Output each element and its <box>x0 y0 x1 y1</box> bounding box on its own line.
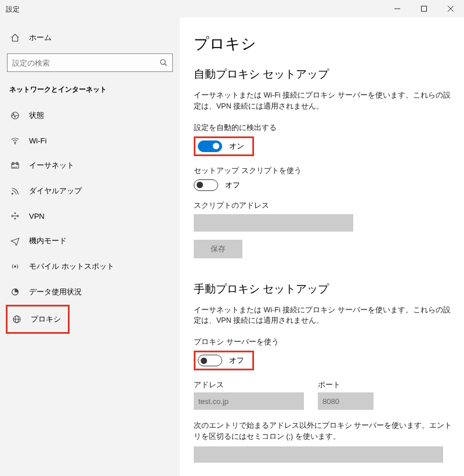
auto-section-desc: イーサネットまたは Wi-Fi 接続にプロキシ サーバーを使います。これらの設定… <box>194 90 454 112</box>
svg-point-15 <box>12 215 13 217</box>
svg-point-7 <box>14 143 15 144</box>
port-input <box>318 392 374 410</box>
sidebar-item-airplane[interactable]: 機内モード <box>6 228 174 254</box>
auto-detect-highlight: オン <box>194 136 254 156</box>
proxy-icon <box>12 315 23 324</box>
sidebar-item-vpn[interactable]: VPN <box>6 204 174 228</box>
script-use-toggle[interactable] <box>194 179 218 191</box>
sidebar-item-proxy[interactable]: プロキシ <box>6 305 70 334</box>
home-icon <box>10 33 21 42</box>
minimize-button[interactable] <box>384 0 411 17</box>
svg-point-4 <box>161 60 165 64</box>
vpn-icon <box>10 211 21 221</box>
status-icon <box>10 111 21 120</box>
svg-point-20 <box>14 266 16 268</box>
search-input[interactable] <box>12 59 160 67</box>
manual-section-title: 手動プロキシ セットアップ <box>194 282 454 297</box>
sidebar-item-ethernet[interactable]: イーサネット <box>6 153 174 178</box>
auto-detect-toggle[interactable] <box>198 140 222 152</box>
sidebar-item-label: イーサネット <box>29 160 74 171</box>
sidebar-item-datausage[interactable]: データ使用状況 <box>6 279 174 305</box>
window-title: 設定 <box>6 3 20 15</box>
close-button[interactable] <box>437 0 464 17</box>
sidebar-item-label: データ使用状況 <box>29 287 82 297</box>
svg-point-19 <box>14 218 16 219</box>
ethernet-icon <box>10 161 21 170</box>
search-input-wrapper[interactable] <box>7 53 173 72</box>
manual-use-toggle[interactable] <box>198 355 222 366</box>
sidebar: ホーム ネットワークとインターネット 状態 Wi-Fi イーサネット <box>0 17 180 476</box>
page-title: プロキシ <box>194 34 454 54</box>
sidebar-item-label: ダイヤルアップ <box>29 186 82 196</box>
exclusion-label: 次のエントリで始まるアドレス以外にプロキシ サーバーを使います。エントリを区切る… <box>194 420 454 443</box>
svg-point-16 <box>17 215 19 217</box>
save-button: 保存 <box>194 240 242 258</box>
svg-point-14 <box>12 193 13 194</box>
svg-point-18 <box>14 213 16 214</box>
port-label: ポート <box>318 380 374 390</box>
sidebar-item-label: Wi-Fi <box>29 136 46 145</box>
sidebar-item-hotspot[interactable]: モバイル ホットスポット <box>6 254 174 279</box>
maximize-button[interactable] <box>411 0 437 17</box>
addr-input <box>194 392 304 410</box>
sidebar-item-label: 状態 <box>29 110 44 121</box>
svg-rect-1 <box>422 6 427 12</box>
manual-section-desc: イーサネットまたは Wi-Fi 接続にプロキシ サーバーを使います。これらの設定… <box>194 305 454 327</box>
hotspot-icon <box>10 262 21 271</box>
sidebar-item-label: プロキシ <box>31 314 61 324</box>
sidebar-item-status[interactable]: 状態 <box>6 103 174 128</box>
sidebar-item-label: モバイル ホットスポット <box>29 261 114 272</box>
script-addr-label: スクリプトのアドレス <box>194 200 454 211</box>
airplane-icon <box>10 236 21 246</box>
script-addr-input <box>194 214 353 232</box>
content: プロキシ 自動プロキシ セットアップ イーサネットまたは Wi-Fi 接続にプロ… <box>180 17 464 476</box>
manual-use-highlight: オフ <box>194 351 254 370</box>
window-controls <box>384 0 464 17</box>
category-title: ネットワークとインターネット <box>6 80 174 103</box>
manual-use-state: オフ <box>229 355 244 366</box>
sidebar-item-wifi[interactable]: Wi-Fi <box>6 128 174 153</box>
addr-label: アドレス <box>194 380 304 390</box>
datausage-icon <box>10 287 21 297</box>
search-icon <box>160 59 168 67</box>
home-link[interactable]: ホーム <box>6 29 174 46</box>
sidebar-item-label: VPN <box>29 212 45 221</box>
auto-section-title: 自動プロキシ セットアップ <box>194 67 454 82</box>
window-titlebar: 設定 <box>0 0 464 17</box>
script-use-state: オフ <box>225 180 240 190</box>
sidebar-item-label: 機内モード <box>29 236 67 246</box>
manual-use-label: プロキシ サーバーを使う <box>194 337 454 347</box>
sidebar-item-dialup[interactable]: ダイヤルアップ <box>6 178 174 204</box>
svg-line-5 <box>165 64 167 66</box>
home-label: ホーム <box>29 33 52 43</box>
wifi-icon <box>10 136 21 145</box>
auto-detect-label: 設定を自動的に検出する <box>194 122 454 133</box>
exclusion-input <box>194 446 443 463</box>
script-use-label: セットアップ スクリプトを使う <box>194 165 454 176</box>
auto-detect-state: オン <box>229 141 244 152</box>
dialup-icon <box>10 186 21 196</box>
